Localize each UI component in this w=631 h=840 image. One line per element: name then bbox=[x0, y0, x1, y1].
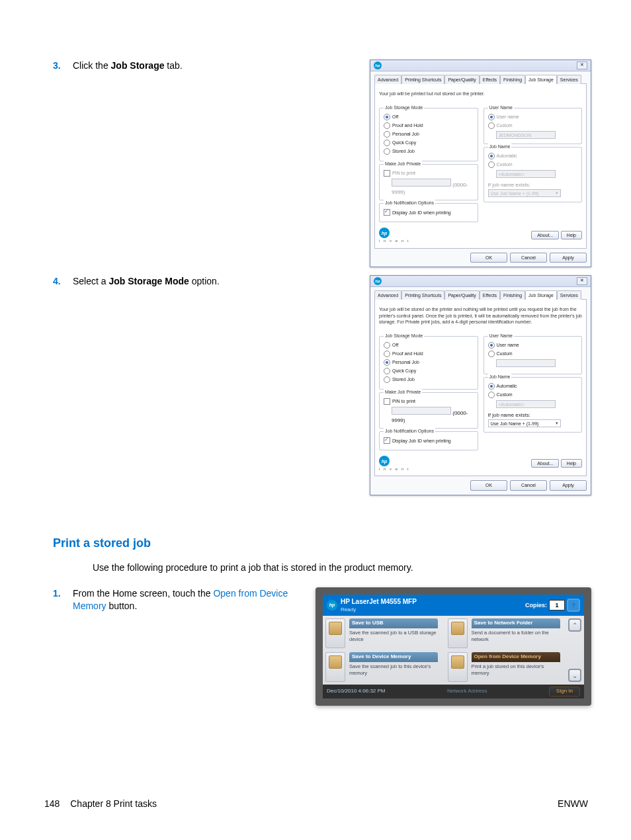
print-properties-dialog-off: hp ✕ Advanced Printing Shortcuts Paper/Q… bbox=[370, 60, 591, 267]
mode-proof[interactable]: Proof and Hold bbox=[384, 351, 474, 357]
jobname-input: <Automatic> bbox=[496, 170, 556, 178]
pin-input bbox=[392, 407, 451, 415]
apply-button[interactable]: Apply bbox=[550, 480, 587, 490]
step-number: 4. bbox=[53, 275, 73, 288]
tab-advanced[interactable]: Advanced bbox=[374, 75, 401, 84]
mode-description: Your job will be printed but not stored … bbox=[379, 91, 582, 97]
printer-home-screen: hp HP LaserJet M4555 MFP Ready Copies: 1… bbox=[316, 587, 591, 706]
step-number: 3. bbox=[53, 60, 73, 72]
about-button[interactable]: About... bbox=[531, 231, 559, 239]
cancel-button[interactable]: Cancel bbox=[510, 253, 547, 263]
network-address-button[interactable]: Network Address bbox=[447, 688, 487, 695]
device-memory-icon bbox=[325, 652, 345, 682]
tab-finishing[interactable]: Finishing bbox=[500, 75, 525, 84]
tab-advanced[interactable]: Advanced bbox=[374, 290, 401, 300]
group-notify: Job Notification Options Display Job ID … bbox=[379, 203, 478, 222]
tab-shortcuts[interactable]: Printing Shortcuts bbox=[401, 290, 444, 300]
group-jobname: Job Name Automatic Custom <Automatic> If… bbox=[484, 147, 583, 202]
ok-button[interactable]: OK bbox=[470, 253, 507, 263]
step-text: Select a Job Storage Mode option. bbox=[73, 275, 324, 288]
tab-effects[interactable]: Effects bbox=[480, 75, 500, 84]
close-icon[interactable]: ✕ bbox=[577, 62, 587, 69]
hp-icon: hp bbox=[374, 277, 382, 285]
tab-shortcuts[interactable]: Printing Shortcuts bbox=[401, 75, 444, 84]
about-button[interactable]: About... bbox=[531, 459, 559, 468]
usb-icon bbox=[325, 618, 345, 648]
group-jobmode: Job Storage Mode Off Proof and Hold Pers… bbox=[379, 108, 478, 161]
group-username: User Name User name Custom JEDMONDSON bbox=[484, 108, 583, 144]
network-folder-icon bbox=[448, 618, 468, 648]
dialog-tabs: Advanced Printing Shortcuts Paper/Qualit… bbox=[374, 290, 587, 299]
tab-panel: Your job will be printed but not stored … bbox=[374, 83, 587, 248]
sign-in-button[interactable]: Sign In bbox=[549, 687, 580, 696]
cancel-button[interactable]: Cancel bbox=[510, 480, 547, 490]
group-make-private: Make Job Private PIN to print (0000-9999… bbox=[379, 164, 478, 201]
jobname-exists-select[interactable]: Use Job Name + (1-99) bbox=[488, 419, 561, 427]
tab-paper[interactable]: Paper/Quality bbox=[444, 75, 479, 84]
username-input: JEDMONDSON bbox=[496, 131, 556, 139]
username-input bbox=[496, 359, 556, 367]
btn-open-from-device[interactable]: Open from Device Memory Print a job stor… bbox=[448, 652, 560, 682]
hp-icon: hp bbox=[374, 62, 382, 69]
step-4: 4. Select a Job Storage Mode option. hp … bbox=[53, 275, 591, 495]
group-jobmode: Job Storage Mode Off Proof and Hold Pers… bbox=[379, 336, 478, 390]
jobname-custom[interactable]: Custom bbox=[488, 392, 578, 398]
copies-input[interactable]: 1 bbox=[549, 600, 565, 610]
tab-job-storage[interactable]: Job Storage bbox=[525, 75, 557, 84]
jobname-auto[interactable]: Automatic bbox=[488, 383, 578, 390]
hp-logo-icon: hp bbox=[379, 228, 390, 238]
btn-save-to-network[interactable]: Save to Network Folder Send a document t… bbox=[448, 618, 560, 648]
scroll-down-icon[interactable]: ⌄ bbox=[568, 669, 581, 682]
step-text: Click the Job Storage tab. bbox=[73, 60, 324, 72]
mode-personal[interactable]: Personal Job bbox=[384, 359, 474, 366]
printer-model: HP LaserJet M4555 MFP bbox=[341, 598, 417, 605]
mode-off[interactable]: Off bbox=[384, 342, 474, 349]
ok-button[interactable]: OK bbox=[470, 480, 507, 490]
tab-finishing[interactable]: Finishing bbox=[500, 290, 525, 300]
help-button[interactable]: Help bbox=[561, 231, 582, 239]
jobname-input: <Automatic> bbox=[496, 400, 556, 408]
hp-logo-icon: hp bbox=[379, 456, 390, 466]
mode-proof[interactable]: Proof and Hold bbox=[384, 122, 474, 129]
group-make-private: Make Job Private PIN to print (0000-9999… bbox=[379, 392, 478, 429]
page-footer: 148 Chapter 8 Print tasks ENWW bbox=[44, 798, 588, 810]
btn-save-to-device[interactable]: Save to Device Memory Save the scanned j… bbox=[325, 652, 438, 682]
pin-check[interactable]: PIN to print bbox=[384, 398, 474, 405]
close-icon[interactable]: ✕ bbox=[577, 277, 587, 285]
help-icon[interactable]: ? bbox=[567, 599, 580, 612]
panel-datetime: Dec/10/2010 4:06:32 PM bbox=[327, 688, 386, 695]
btn-save-to-usb[interactable]: Save to USB Save the scanned job to a US… bbox=[325, 618, 438, 648]
help-button[interactable]: Help bbox=[561, 459, 582, 468]
group-jobname: Job Name Automatic Custom <Automatic> If… bbox=[484, 377, 583, 433]
pin-check: PIN to print bbox=[384, 170, 474, 177]
tab-services[interactable]: Services bbox=[557, 75, 581, 84]
tab-effects[interactable]: Effects bbox=[480, 290, 500, 300]
mode-personal[interactable]: Personal Job bbox=[384, 131, 474, 138]
username-custom[interactable]: Custom bbox=[488, 351, 578, 357]
footer-right: ENWW bbox=[558, 798, 588, 810]
section-heading: Print a stored job bbox=[53, 535, 591, 551]
tab-paper[interactable]: Paper/Quality bbox=[444, 290, 479, 300]
scroll-up-icon[interactable]: ⌃ bbox=[568, 618, 581, 632]
mode-stored[interactable]: Stored Job bbox=[384, 148, 474, 155]
mode-off[interactable]: Off bbox=[384, 114, 474, 120]
jobname-exists-select: Use Job Name + (1-99) bbox=[488, 189, 561, 197]
printer-status: Ready bbox=[341, 607, 417, 614]
pin-input bbox=[392, 179, 451, 187]
mode-quick[interactable]: Quick Copy bbox=[384, 140, 474, 146]
hp-logo-icon: hp bbox=[327, 600, 337, 610]
step-3: 3. Click the Job Storage tab. hp ✕ Advan… bbox=[53, 60, 591, 267]
display-jobid-check[interactable]: Display Job ID when printing bbox=[384, 209, 474, 216]
display-jobid-check[interactable]: Display Job ID when printing bbox=[384, 437, 474, 444]
panel-header: hp HP LaserJet M4555 MFP Ready Copies: 1… bbox=[323, 595, 584, 616]
username-user[interactable]: User name bbox=[488, 342, 578, 349]
dialog-titlebar: hp ✕ bbox=[370, 276, 591, 287]
mode-quick[interactable]: Quick Copy bbox=[384, 368, 474, 374]
step-number: 1. bbox=[53, 587, 73, 600]
mode-stored[interactable]: Stored Job bbox=[384, 376, 474, 383]
tab-job-storage[interactable]: Job Storage bbox=[525, 290, 557, 300]
panel-footer: Dec/10/2010 4:06:32 PM Network Address S… bbox=[323, 685, 584, 698]
dialog-tabs: Advanced Printing Shortcuts Paper/Qualit… bbox=[374, 74, 587, 83]
tab-services[interactable]: Services bbox=[557, 290, 581, 300]
apply-button[interactable]: Apply bbox=[550, 253, 587, 263]
